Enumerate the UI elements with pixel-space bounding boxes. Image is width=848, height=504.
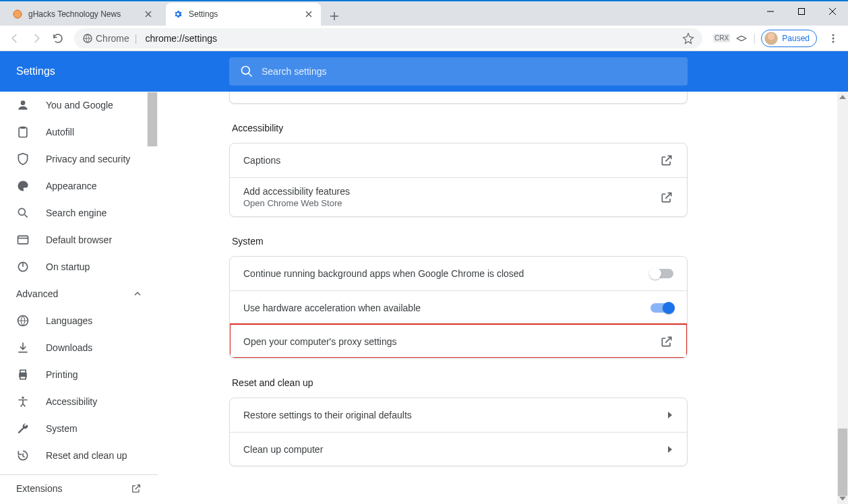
section-title-accessibility: Accessibility [232,123,688,133]
sidebar-item-printing[interactable]: Printing [0,361,158,388]
browser-toolbar: Chrome| chrome://settings CRX | Paused [0,26,848,51]
toggle-hardware-acceleration[interactable] [650,303,673,313]
accessibility-icon [16,395,30,408]
row-label: Use hardware acceleration when available [243,303,421,313]
sidebar-item-autofill[interactable]: Autofill [0,119,158,146]
reload-button[interactable] [47,28,69,49]
sidebar-group-advanced[interactable]: Advanced [0,280,158,307]
scrollbar-thumb[interactable] [838,429,847,496]
row-proxy-settings[interactable]: Open your computer's proxy settings [230,324,687,358]
sidebar-item-extensions[interactable]: Extensions [0,474,158,501]
omnibox-chip-label: Chrome [96,33,129,44]
sidebar-item-system[interactable]: System [0,415,158,442]
extension-badge[interactable]: CRX [713,34,730,42]
settings-header: Settings [0,51,848,92]
row-hardware-acceleration[interactable]: Use hardware acceleration when available [230,290,687,324]
sidebar-item-label: Autofill [46,127,74,137]
sidebar-item-label: Accessibility [46,396,97,407]
svg-point-4 [832,37,835,39]
forward-button[interactable] [26,28,47,49]
settings-sidebar: You and Google Autofill Privacy and secu… [0,92,158,504]
svg-point-17 [22,397,24,399]
address-bar[interactable]: Chrome| chrome://settings [74,28,702,49]
sidebar-item-default-browser[interactable]: Default browser [0,226,158,253]
sidebar-item-label: On startup [46,261,90,272]
window-close-button[interactable] [817,1,848,22]
sidebar-item-appearance[interactable]: Appearance [0,172,158,199]
svg-rect-11 [18,236,28,244]
browser-menu-button[interactable] [822,28,844,49]
window-maximize-button[interactable] [786,1,817,22]
row-label: Add accessibility features [243,186,350,197]
sidebar-item-label: You and Google [46,100,113,111]
profile-status: Paused [782,34,810,43]
sidebar-item-label: Reset and clean up [46,450,127,461]
card-edge [229,92,688,104]
favicon-icon [12,9,23,20]
main-scrollbar[interactable] [837,92,848,504]
shield-icon [16,152,30,166]
svg-point-10 [18,208,25,215]
close-icon[interactable] [303,9,314,20]
section-title-system: System [232,236,688,247]
extension-icon[interactable] [735,34,748,43]
browser-tab-settings[interactable]: Settings [166,3,321,26]
avatar-icon [764,32,778,45]
launch-icon [660,335,673,348]
sidebar-item-label: System [46,423,78,434]
search-settings[interactable] [229,57,688,86]
svg-point-6 [242,67,250,75]
sidebar-item-reset[interactable]: Reset and clean up [0,442,158,469]
sidebar-item-label: Extensions [16,483,62,494]
row-restore-defaults[interactable]: Restore settings to their original defau… [230,398,687,432]
tab-title: gHacks Technology News [28,9,143,19]
tab-title: Settings [189,9,303,19]
sidebar-item-label: Languages [46,315,92,326]
person-icon [16,98,30,112]
sidebar-item-languages[interactable]: Languages [0,307,158,334]
sidebar-item-label: Search engine [46,208,107,218]
new-tab-button[interactable] [325,7,344,26]
palette-icon [16,179,30,193]
browser-icon [16,233,30,247]
row-label: Open your computer's proxy settings [243,336,397,347]
site-info-icon[interactable] [82,33,93,44]
scroll-up-icon[interactable] [837,92,848,102]
sidebar-item-label: Appearance [46,181,97,191]
svg-rect-8 [19,127,27,137]
svg-rect-15 [20,370,26,373]
chevron-right-icon [667,410,673,420]
back-button[interactable] [4,28,26,49]
row-label: Restore settings to their original defau… [243,410,412,420]
sidebar-item-search-engine[interactable]: Search engine [0,199,158,226]
sidebar-item-downloads[interactable]: Downloads [0,334,158,361]
clipboard-icon [16,125,30,139]
scroll-down-icon[interactable] [837,493,848,504]
close-icon[interactable] [143,9,154,20]
search-icon [16,206,30,220]
row-clean-up-computer[interactable]: Clean up computer [230,432,687,466]
search-input[interactable] [229,57,688,86]
chevron-up-icon [133,290,142,298]
sidebar-item-label: Default browser [46,234,112,245]
sidebar-item-accessibility[interactable]: Accessibility [0,388,158,415]
sidebar-item-on-startup[interactable]: On startup [0,253,158,280]
profile-chip[interactable]: Paused [761,30,817,47]
row-sublabel: Open Chrome Web Store [243,198,350,208]
row-background-apps[interactable]: Continue running background apps when Go… [230,257,687,290]
system-card: Continue running background apps when Go… [229,256,688,358]
sidebar-item-label: Downloads [46,342,92,353]
page-title: Settings [16,65,55,77]
bookmark-icon[interactable] [682,32,694,44]
browser-tab-ghacks[interactable]: gHacks Technology News [5,3,160,26]
omnibox-url: chrome://settings [145,33,217,44]
svg-point-3 [832,34,835,36]
sidebar-item-label: Printing [46,369,78,380]
toggle-background-apps[interactable] [650,269,673,278]
row-captions[interactable]: Captions [230,144,687,177]
row-add-accessibility-features[interactable]: Add accessibility features Open Chrome W… [230,177,687,216]
sidebar-item-privacy[interactable]: Privacy and security [0,146,158,172]
sidebar-item-you-and-google[interactable]: You and Google [0,92,158,119]
window-minimize-button[interactable] [755,1,786,22]
svg-rect-9 [21,127,26,129]
